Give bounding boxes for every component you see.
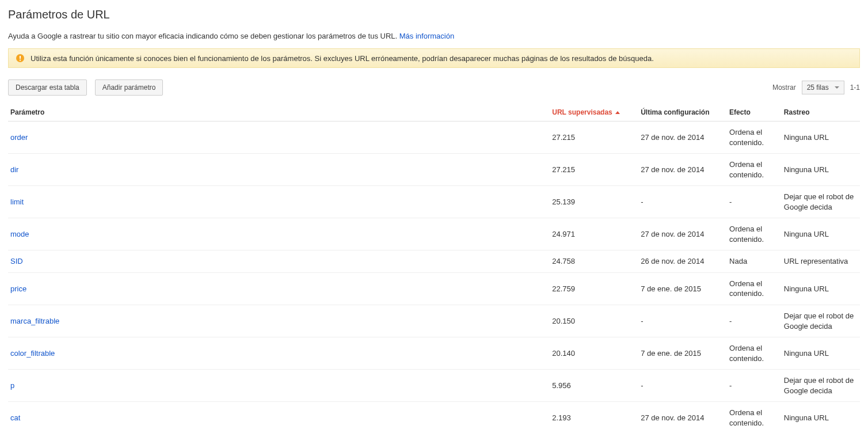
cell-last-config: 27 de nov. de 2014 bbox=[638, 218, 727, 250]
cell-crawl: Dejar que el robot de Google decida bbox=[782, 305, 860, 337]
parameter-link[interactable]: order bbox=[10, 133, 28, 142]
cell-effect: Ordena el contenido. bbox=[727, 121, 782, 154]
sort-asc-icon bbox=[615, 111, 620, 114]
warning-icon bbox=[16, 54, 25, 63]
warning-text: Utiliza esta función únicamente si conoc… bbox=[31, 54, 654, 63]
col-header-crawl[interactable]: Rastreo bbox=[782, 104, 860, 121]
cell-crawl: Ninguna URL bbox=[782, 272, 860, 305]
download-table-button[interactable]: Descargar esta tabla bbox=[8, 79, 87, 96]
cell-crawl: Ninguna URL bbox=[782, 121, 860, 154]
cell-effect: - bbox=[727, 186, 782, 218]
cell-crawl: Dejar que el robot de Google decida bbox=[782, 370, 860, 402]
page-title: Parámetros de URL bbox=[8, 8, 860, 21]
cell-urls: 24.758 bbox=[550, 250, 638, 273]
parameter-link[interactable]: SID bbox=[10, 257, 23, 265]
svg-rect-2 bbox=[20, 60, 21, 61]
parameters-table: Parámetro URL supervisadas Última config… bbox=[8, 104, 860, 433]
col-header-urls-monitored[interactable]: URL supervisadas bbox=[550, 104, 638, 121]
cell-last-config: - bbox=[638, 186, 727, 218]
parameter-link[interactable]: color_filtrable bbox=[10, 349, 55, 358]
cell-effect: Nada bbox=[727, 250, 782, 273]
cell-effect: - bbox=[727, 370, 782, 402]
table-row: dir27.21527 de nov. de 2014Ordena el con… bbox=[8, 154, 860, 186]
warning-banner: Utiliza esta función únicamente si conoc… bbox=[8, 48, 860, 68]
col-header-parameter[interactable]: Parámetro bbox=[8, 104, 550, 121]
cell-urls: 25.139 bbox=[550, 186, 638, 218]
table-row: order27.21527 de nov. de 2014Ordena el c… bbox=[8, 121, 860, 154]
cell-urls: 20.150 bbox=[550, 305, 638, 337]
cell-crawl: Ninguna URL bbox=[782, 337, 860, 370]
cell-last-config: 27 de nov. de 2014 bbox=[638, 402, 727, 433]
cell-crawl: Ninguna URL bbox=[782, 402, 860, 433]
pager-range: 1-1 bbox=[850, 83, 860, 92]
add-parameter-button[interactable]: Añadir parámetro bbox=[95, 79, 163, 96]
cell-effect: Ordena el contenido. bbox=[727, 337, 782, 370]
table-row: limit25.139--Dejar que el robot de Googl… bbox=[8, 186, 860, 218]
table-row: price22.7597 de ene. de 2015Ordena el co… bbox=[8, 272, 860, 305]
cell-urls: 2.193 bbox=[550, 402, 638, 433]
table-row: SID24.75826 de nov. de 2014NadaURL repre… bbox=[8, 250, 860, 273]
cell-urls: 27.215 bbox=[550, 154, 638, 186]
cell-last-config: 26 de nov. de 2014 bbox=[638, 250, 727, 273]
page-intro: Ayuda a Google a rastrear tu sitio con m… bbox=[8, 32, 860, 40]
svg-rect-1 bbox=[20, 56, 21, 59]
cell-crawl: Dejar que el robot de Google decida bbox=[782, 186, 860, 218]
cell-last-config: 7 de ene. de 2015 bbox=[638, 337, 727, 370]
table-row: color_filtrable20.1407 de ene. de 2015Or… bbox=[8, 337, 860, 370]
more-info-link[interactable]: Más información bbox=[399, 32, 454, 40]
parameter-link[interactable]: cat bbox=[10, 413, 20, 422]
col-header-effect[interactable]: Efecto bbox=[727, 104, 782, 121]
cell-urls: 5.956 bbox=[550, 370, 638, 402]
cell-effect: Ordena el contenido. bbox=[727, 154, 782, 186]
col-header-last-config[interactable]: Última configuración bbox=[638, 104, 727, 121]
cell-urls: 22.759 bbox=[550, 272, 638, 305]
parameter-link[interactable]: dir bbox=[10, 165, 18, 174]
cell-last-config: 27 de nov. de 2014 bbox=[638, 121, 727, 154]
table-row: marca_filtrable20.150--Dejar que el robo… bbox=[8, 305, 860, 337]
intro-text: Ayuda a Google a rastrear tu sitio con m… bbox=[8, 32, 397, 40]
cell-last-config: 7 de ene. de 2015 bbox=[638, 272, 727, 305]
cell-effect: Ordena el contenido. bbox=[727, 218, 782, 250]
show-label: Mostrar bbox=[772, 83, 796, 92]
cell-last-config: - bbox=[638, 370, 727, 402]
cell-last-config: - bbox=[638, 305, 727, 337]
parameter-link[interactable]: p bbox=[10, 381, 14, 390]
parameter-link[interactable]: limit bbox=[10, 197, 24, 206]
cell-urls: 20.140 bbox=[550, 337, 638, 370]
parameter-link[interactable]: mode bbox=[10, 230, 29, 238]
cell-crawl: Ninguna URL bbox=[782, 154, 860, 186]
cell-last-config: 27 de nov. de 2014 bbox=[638, 154, 727, 186]
cell-effect: Ordena el contenido. bbox=[727, 272, 782, 305]
cell-effect: Ordena el contenido. bbox=[727, 402, 782, 433]
cell-effect: - bbox=[727, 305, 782, 337]
parameter-link[interactable]: marca_filtrable bbox=[10, 317, 59, 325]
rows-per-page-select[interactable]: 25 filas bbox=[802, 81, 844, 94]
table-row: mode24.97127 de nov. de 2014Ordena el co… bbox=[8, 218, 860, 250]
parameter-link[interactable]: price bbox=[10, 284, 26, 293]
table-row: p5.956--Dejar que el robot de Google dec… bbox=[8, 370, 860, 402]
cell-urls: 24.971 bbox=[550, 218, 638, 250]
col-header-urls-label: URL supervisadas bbox=[552, 108, 612, 116]
table-row: cat2.19327 de nov. de 2014Ordena el cont… bbox=[8, 402, 860, 433]
cell-crawl: Ninguna URL bbox=[782, 218, 860, 250]
cell-crawl: URL representativa bbox=[782, 250, 860, 273]
cell-urls: 27.215 bbox=[550, 121, 638, 154]
